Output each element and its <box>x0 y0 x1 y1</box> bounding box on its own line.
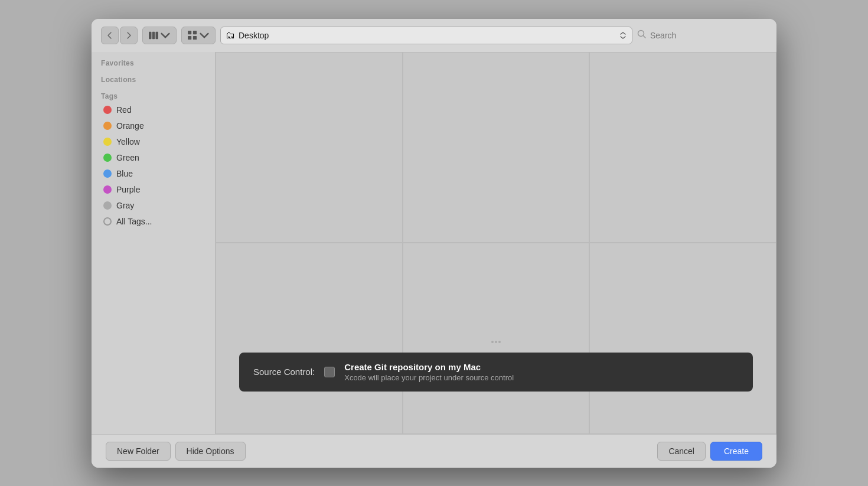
file-area: Source Control: Create Git repository on… <box>216 52 776 434</box>
tag-label-purple: Purple <box>116 185 140 194</box>
bottom-right-buttons: Cancel Create <box>657 442 762 461</box>
tag-label-green: Green <box>116 153 139 162</box>
tag-label-orange: Orange <box>116 121 144 131</box>
svg-rect-0 <box>149 31 151 38</box>
svg-rect-5 <box>188 35 191 39</box>
tag-label-gray: Gray <box>116 201 134 210</box>
chevron-down-icon <box>161 31 170 40</box>
all-tags-icon <box>103 217 112 226</box>
sidebar-item-red[interactable]: Red <box>94 102 213 118</box>
svg-rect-2 <box>156 31 158 38</box>
view-columns-button[interactable] <box>142 27 177 44</box>
tag-label-blue: Blue <box>116 169 133 178</box>
tag-label-all: All Tags... <box>116 217 152 226</box>
tags-section-label: Tags <box>92 90 215 102</box>
tag-label-yellow: Yellow <box>116 137 140 146</box>
svg-point-8 <box>495 341 497 343</box>
folder-icon: 🗂 <box>226 30 235 41</box>
file-cell-3 <box>589 52 776 243</box>
bottom-bar: New Folder Hide Options Cancel Create <box>92 434 776 468</box>
red-dot <box>103 106 112 114</box>
file-cell-1 <box>216 52 403 243</box>
source-control-label: Source Control: <box>253 367 315 377</box>
search-input[interactable] <box>650 31 756 40</box>
favorites-section-label: Favorites <box>92 57 215 69</box>
sidebar-item-yellow[interactable]: Yellow <box>94 134 213 149</box>
sidebar-item-all-tags[interactable]: All Tags... <box>94 214 213 229</box>
file-cell-2 <box>403 52 590 243</box>
toolbar: 🗂 Desktop <box>92 19 776 52</box>
view-grid-button[interactable] <box>181 27 216 44</box>
bottom-left-buttons: New Folder Hide Options <box>106 442 246 461</box>
location-stepper[interactable] <box>619 31 627 40</box>
sidebar-item-gray[interactable]: Gray <box>94 198 213 213</box>
sidebar-item-green[interactable]: Green <box>94 150 213 165</box>
green-dot <box>103 154 112 162</box>
sidebar-item-orange[interactable]: Orange <box>94 118 213 133</box>
location-text: Desktop <box>239 31 615 40</box>
sidebar-item-blue[interactable]: Blue <box>94 166 213 181</box>
hide-options-button[interactable]: Hide Options <box>175 442 246 461</box>
main-content: Favorites Locations Tags Red Orange Yell… <box>92 52 776 434</box>
nav-buttons <box>101 27 138 44</box>
source-control-panel: Source Control: Create Git repository on… <box>239 353 753 392</box>
git-title: Create Git repository on my Mac <box>344 362 514 372</box>
locations-section-label: Locations <box>92 73 215 85</box>
search-area <box>637 30 767 41</box>
file-cell-4 <box>216 243 403 434</box>
svg-rect-4 <box>193 31 197 34</box>
location-bar[interactable]: 🗂 Desktop <box>220 27 632 44</box>
tag-label-red: Red <box>116 105 132 115</box>
git-info: Create Git repository on my Mac Xcode wi… <box>344 362 514 382</box>
yellow-dot <box>103 138 112 146</box>
svg-point-9 <box>491 341 494 343</box>
gray-dot <box>103 201 112 210</box>
file-cell-6 <box>589 243 776 434</box>
git-checkbox[interactable] <box>324 367 335 377</box>
cancel-button[interactable]: Cancel <box>657 442 706 461</box>
svg-point-10 <box>498 341 501 343</box>
blue-dot <box>103 169 112 178</box>
save-dialog: 🗂 Desktop Favorites Lo <box>92 19 776 468</box>
svg-rect-1 <box>152 31 155 38</box>
forward-button[interactable] <box>120 27 138 44</box>
back-button[interactable] <box>101 27 119 44</box>
create-button[interactable]: Create <box>710 442 762 461</box>
purple-dot <box>103 185 112 194</box>
sidebar: Favorites Locations Tags Red Orange Yell… <box>92 52 216 434</box>
orange-dot <box>103 122 112 130</box>
chevron-down-icon-2 <box>200 31 209 40</box>
search-icon <box>637 30 647 41</box>
git-subtitle: Xcode will place your project under sour… <box>344 373 514 382</box>
svg-rect-3 <box>188 31 191 34</box>
svg-rect-6 <box>193 35 197 39</box>
resize-handle[interactable] <box>484 337 508 347</box>
sidebar-item-purple[interactable]: Purple <box>94 182 213 197</box>
new-folder-button[interactable]: New Folder <box>106 442 171 461</box>
